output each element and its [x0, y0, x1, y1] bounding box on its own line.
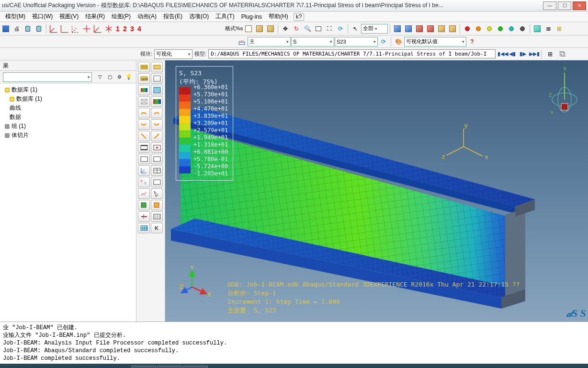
tool-symbol[interactable] [138, 85, 150, 95]
view-4[interactable]: 4 [136, 25, 143, 33]
zoom-button[interactable]: 🔍 [302, 23, 313, 34]
view-2[interactable]: 2 [122, 25, 128, 33]
axis-btn-6[interactable] [103, 23, 114, 34]
tool-deformed[interactable] [151, 62, 163, 72]
sync-button[interactable]: ⟳ [378, 36, 389, 47]
color-y[interactable] [484, 23, 495, 34]
selection-filter-combo[interactable]: 全部▾ [361, 24, 388, 34]
vis-style-combo[interactable]: 可视化默认值▾ [404, 37, 466, 46]
first-frame-button[interactable]: ▮◀◀ [498, 51, 506, 57]
pan-button[interactable]: ✥ [280, 23, 291, 34]
tool-undeformed[interactable] [138, 62, 150, 72]
tool-k[interactable]: K [151, 223, 163, 233]
component-combo[interactable]: S23▾ [335, 37, 378, 46]
fit-button[interactable]: ⛶ [324, 23, 335, 34]
color-cy[interactable] [506, 23, 517, 34]
menu-result[interactable]: 结果(R) [82, 12, 108, 21]
filter-button[interactable]: ▽ [96, 73, 104, 81]
color-g[interactable] [495, 23, 506, 34]
tool-xy[interactable]: XY [138, 177, 150, 187]
tool-table[interactable] [151, 165, 163, 176]
rotate-button[interactable]: ↻ [291, 23, 302, 34]
display-1[interactable] [392, 23, 403, 34]
cascade-button[interactable]: ⿻ [557, 49, 568, 59]
axis-btn-2[interactable] [59, 23, 70, 34]
viewport-3d[interactable]: S, S23 (平均: 75%) +6.360e+01+5.730e+01+5.… [165, 60, 588, 322]
task-abaqus[interactable] [183, 366, 208, 368]
model-tree[interactable]: 数据库 (1) 数据库 (1) 曲线 数据 组 (1) 体切片 [0, 83, 136, 322]
task-explorer[interactable]: 📁 [79, 366, 104, 368]
tile-button[interactable]: ⊞ [545, 49, 555, 59]
next-frame-button[interactable]: ▮▶ [519, 51, 527, 57]
display-5[interactable] [436, 23, 447, 34]
tool-film1[interactable] [138, 142, 150, 153]
tool-film2[interactable] [151, 142, 163, 153]
tool-contour[interactable]: 1234 [138, 73, 150, 84]
select-button[interactable]: ↖ [350, 23, 361, 34]
new-button[interactable]: ▢ [105, 73, 114, 81]
cut-button[interactable] [532, 23, 543, 34]
model-path-field[interactable]: D:/ABAQUS FILES/MECHANICS OF MATERRIALS/… [208, 49, 496, 58]
tool-arrow3[interactable] [138, 119, 150, 130]
task-cmd[interactable]: C:\ [131, 366, 156, 368]
render-hidden-button[interactable] [254, 23, 265, 34]
tool-plot[interactable] [138, 188, 150, 199]
db-button-2[interactable] [34, 23, 44, 34]
save-button[interactable] [0, 23, 11, 34]
tool-hatch[interactable] [138, 200, 150, 210]
display-6[interactable] [447, 23, 458, 34]
autoview-button[interactable]: ⟳ [335, 23, 346, 34]
menu-plugins[interactable]: Plug-ins [238, 13, 265, 20]
color-bl[interactable] [517, 23, 528, 34]
display-3[interactable] [414, 23, 425, 34]
menu-plot[interactable]: 绘图(P) [108, 12, 134, 21]
axis-btn-1[interactable] [48, 23, 59, 34]
tool-contour-opt[interactable] [151, 96, 163, 107]
menu-animate[interactable]: 动画(A) [134, 12, 160, 21]
prev-frame-button[interactable]: ◀▮ [508, 51, 517, 57]
maximize-button[interactable]: ☐ [558, 1, 571, 10]
menu-view[interactable]: 视图(V) [56, 12, 82, 21]
axis-btn-5[interactable] [92, 23, 103, 34]
view-compass[interactable]: Y Z x [548, 65, 581, 119]
help-button[interactable]: ? [467, 36, 477, 47]
tool-film3[interactable] [138, 154, 150, 164]
tool-mesh[interactable] [138, 223, 150, 233]
primary-combo[interactable]: 主▾ [248, 37, 291, 46]
tool-symbol-opt[interactable] [151, 85, 163, 95]
tool-arrow4[interactable] [151, 119, 163, 130]
menu-help[interactable]: 帮助(H) [265, 12, 292, 21]
tree-button[interactable]: ⊞ [554, 23, 565, 34]
view-3[interactable]: 3 [129, 25, 136, 33]
render-wire-button[interactable] [243, 23, 254, 34]
tool-film4[interactable] [151, 154, 163, 164]
menu-tools[interactable]: 工具(T) [212, 12, 237, 21]
display-4[interactable] [425, 23, 436, 34]
tool-grid[interactable] [151, 211, 163, 222]
task-calc[interactable]: 🖩 [28, 366, 53, 368]
tool-arrow5[interactable] [138, 131, 150, 141]
layer-button[interactable]: ≣ [543, 23, 554, 34]
last-frame-button[interactable]: ▶▶▮ [529, 51, 538, 57]
tool-table2[interactable] [151, 177, 163, 187]
axis-btn-4[interactable] [81, 23, 92, 34]
context-help-button[interactable]: k? [294, 13, 305, 21]
var-combo[interactable]: S▾ [291, 37, 334, 46]
palette-button[interactable]: 🎨 [393, 36, 404, 47]
task-foxit[interactable]: PDF [157, 366, 182, 368]
print-button[interactable]: 🖨 [11, 23, 22, 34]
tool-arrow2[interactable] [151, 108, 163, 118]
task-wmp[interactable]: 🎬 [54, 366, 79, 368]
zoom-box-button[interactable] [313, 23, 324, 34]
message-panel[interactable]: 业 "Job-I-BEAM" 已创建. 业输入文件 "Job-I-BEAM.in… [0, 322, 588, 364]
tool-arrow1[interactable] [138, 108, 150, 118]
menu-model[interactable]: 模型(M) [2, 12, 29, 21]
windows-taskbar[interactable]: 🎨 🖩 🎬 📁 C:\ PDF ▲ ⌨ ▴ ⚑ 🔋 📶 🔊 中 🛡 [0, 364, 588, 368]
tool-material[interactable] [138, 96, 150, 107]
tool-bc[interactable] [138, 211, 150, 222]
tool-layer[interactable] [151, 200, 163, 210]
minimize-button[interactable]: — [543, 1, 556, 10]
color-r[interactable] [462, 23, 473, 34]
scale-button[interactable] [237, 36, 247, 47]
tree-filter-combo[interactable]: ▾ [3, 72, 92, 82]
